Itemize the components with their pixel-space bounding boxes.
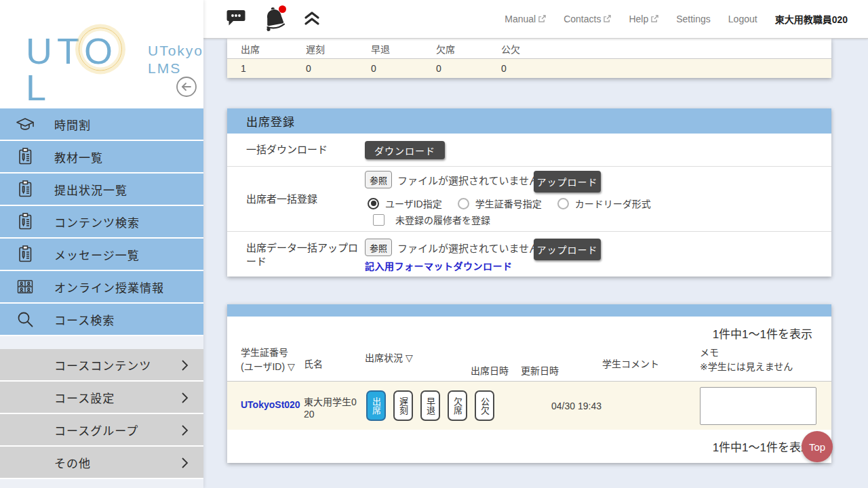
external-link-icon	[604, 14, 611, 24]
settings-link[interactable]: Settings	[676, 14, 711, 24]
table-footer: 1件中1〜1件を表示	[227, 430, 831, 462]
file-status-text: ファイルが選択されていません。	[397, 173, 549, 187]
radio-student-card-number[interactable]	[458, 198, 469, 209]
table-header: 1件中1〜1件を表示 学生証番号(ユーザID) ▽ 氏名 出席状況 ▽ 出席日時…	[227, 317, 831, 382]
manual-link[interactable]: Manual	[505, 14, 546, 24]
attendee-bulk-register-row: 出席者一括登録 参照 ファイルが選択されていません。 アップロード ユーザID指…	[227, 167, 831, 232]
checkbox-register-unregistered[interactable]	[373, 214, 384, 226]
clipboard-icon	[15, 211, 35, 232]
status-button-group: 出席 遅刻 早退 欠席 公欠	[366, 390, 494, 421]
summary-header-excused: 公欠	[488, 42, 553, 56]
summary-value-present: 1	[227, 63, 292, 74]
contacts-link[interactable]: Contacts	[564, 14, 611, 24]
summary-value-late: 0	[292, 63, 357, 74]
collapse-header-button[interactable]	[303, 10, 321, 28]
attendance-data-upload-label: 出席データ一括アップロード	[246, 241, 358, 268]
radio-card-reader[interactable]	[557, 198, 569, 209]
upload-button[interactable]: アップロード	[534, 171, 601, 192]
browse-button[interactable]: 参照	[365, 171, 392, 188]
summary-header-absent: 欠席	[422, 42, 488, 56]
summary-header-late: 遅刻	[292, 42, 357, 56]
radio-user-id[interactable]	[368, 198, 379, 209]
attendance-detail-table: 1件中1〜1件を表示 学生証番号(ユーザID) ▽ 氏名 出席状況 ▽ 出席日時…	[227, 304, 831, 463]
table-row: UTokyoSt020 東大用学生020 出席 遅刻 早退 欠席 公欠 04/3…	[227, 382, 831, 430]
bell-icon	[261, 4, 288, 35]
sidebar-collapse-button[interactable]	[176, 76, 197, 98]
sidebar-spacer	[0, 336, 203, 349]
status-button-absent[interactable]: 欠席	[448, 390, 467, 421]
notification-dot	[279, 5, 286, 13]
id-format-radio-group: ユーザID指定 学生証番号指定 カードリーダ形式	[368, 197, 660, 210]
attendance-summary-table: 出席 遅刻 早退 欠席 公欠 1 0 0 0 0	[227, 39, 831, 78]
file-status-text: ファイルが選択されていません。	[397, 241, 549, 255]
sidebar-item-course-contents[interactable]: コースコンテンツ	[0, 349, 203, 382]
update-datetime-value: 04/30 19:43	[551, 401, 601, 411]
logout-link[interactable]: Logout	[728, 14, 757, 24]
col-status[interactable]: 出席状況 ▽	[365, 351, 413, 365]
col-attend-time: 出席日時	[471, 364, 509, 378]
col-name: 氏名	[304, 357, 323, 371]
brand-subtitle: UTokyoLMS	[148, 33, 203, 78]
summary-header-row: 出席 遅刻 早退 欠席 公欠	[227, 39, 831, 58]
people-grid-icon	[15, 277, 35, 297]
sidebar-item-online-class-info[interactable]: オンライン授業情報	[0, 271, 203, 304]
double-chevron-up-icon	[303, 10, 321, 28]
utol-lms-page: UTOL UTokyoLMS	[0, 0, 868, 488]
summary-value-early-leave: 0	[357, 63, 422, 74]
browse-button[interactable]: 参照	[365, 239, 392, 256]
scroll-to-top-button[interactable]: Top	[802, 431, 833, 462]
table-header-strip	[227, 304, 831, 317]
memo-textarea[interactable]	[700, 387, 816, 425]
col-student-comment: 学生コメント	[602, 357, 659, 371]
summary-value-excused: 0	[488, 63, 553, 74]
summary-value-row: 1 0 0 0 0	[227, 58, 831, 78]
chevron-right-icon	[180, 424, 189, 439]
external-link-icon	[651, 14, 658, 24]
clipboard-icon	[15, 146, 35, 167]
messages-button[interactable]	[226, 9, 246, 29]
graduation-cap-icon	[15, 114, 35, 134]
status-button-late[interactable]: 遅刻	[393, 390, 413, 421]
status-button-excused[interactable]: 公欠	[475, 390, 494, 421]
sidebar-item-course-search[interactable]: コース検索	[0, 304, 203, 336]
sidebar-item-submission-status[interactable]: 提出状況一覧	[0, 174, 203, 206]
summary-value-absent: 0	[422, 63, 488, 74]
attendance-register-section: 出席登録 一括ダウンロード ダウンロード 出席者一括登録 参照 ファイルが選択さ…	[227, 108, 831, 277]
download-button[interactable]: ダウンロード	[365, 141, 445, 159]
file-select-line: 参照 ファイルが選択されていません。	[365, 171, 549, 188]
sidebar-item-timetable[interactable]: 時間割	[0, 108, 203, 141]
status-button-present[interactable]: 出席	[366, 390, 386, 421]
bulk-download-label: 一括ダウンロード	[246, 143, 358, 157]
sidebar-primary-nav: 時間割 教材一覧	[0, 108, 203, 336]
sidebar-item-others[interactable]: その他	[0, 447, 203, 479]
student-id-link[interactable]: UTokyoSt020	[241, 399, 300, 410]
back-arrow-icon	[176, 89, 197, 100]
result-count-top: 1件中1〜1件を表示	[713, 325, 812, 342]
search-icon	[15, 309, 35, 329]
summary-header-early-leave: 早退	[357, 42, 422, 56]
help-link[interactable]: Help	[629, 14, 658, 24]
sidebar-item-course-settings[interactable]: コース設定	[0, 382, 203, 414]
sidebar-item-content-search[interactable]: コンテンツ検索	[0, 206, 203, 239]
sidebar-item-course-group[interactable]: コースグループ	[0, 414, 203, 447]
sidebar-item-message-list[interactable]: メッセージ一覧	[0, 239, 203, 271]
col-student-id[interactable]: 学生証番号(ユーザID) ▽	[241, 346, 295, 374]
result-count-bottom: 1件中1〜1件を表示	[713, 438, 812, 455]
chevron-right-icon	[180, 359, 189, 374]
notifications-button[interactable]	[261, 4, 288, 35]
sidebar: UTOL UTokyoLMS	[0, 0, 203, 488]
clipboard-icon	[15, 244, 35, 264]
top-bar: Manual Contacts Help Settings Logout 東大用…	[203, 0, 868, 39]
register-unregistered-line: 未登録の履修者を登録	[373, 213, 490, 226]
student-name: 東大用学生020	[304, 396, 361, 420]
external-link-icon	[538, 14, 546, 24]
attendance-data-upload-row: 出席データ一括アップロード 参照 ファイルが選択されていません。 アップロード …	[227, 232, 831, 277]
logo-area: UTOL UTokyoLMS	[0, 0, 203, 108]
summary-header-present: 出席	[227, 42, 292, 56]
upload-button[interactable]: アップロード	[534, 239, 601, 260]
sidebar-item-materials[interactable]: 教材一覧	[0, 141, 203, 174]
format-download-link[interactable]: 記入用フォーマットダウンロード	[365, 259, 513, 272]
status-button-early-leave[interactable]: 早退	[420, 390, 440, 421]
col-memo: メモ※学生には見えません	[700, 346, 793, 374]
top-bar-links: Manual Contacts Help Settings Logout 東大用…	[505, 12, 868, 26]
